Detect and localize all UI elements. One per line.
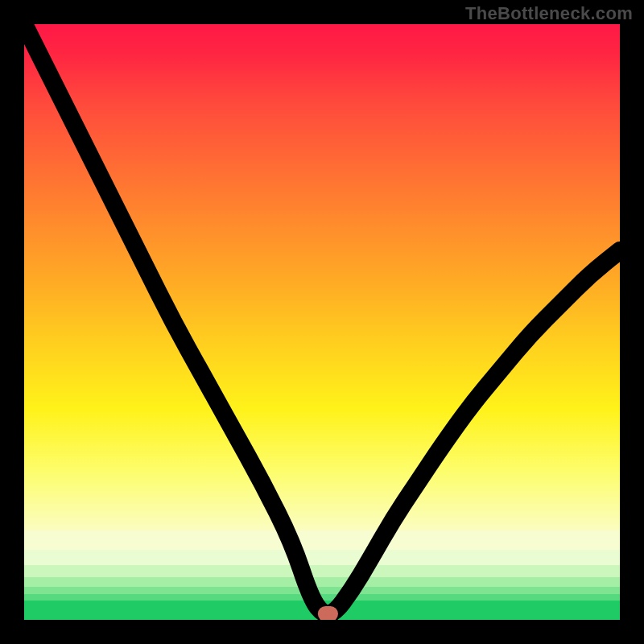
plot-area: [24, 24, 620, 620]
chart-frame: TheBottleneck.com: [0, 0, 644, 644]
watermark-text: TheBottleneck.com: [465, 3, 633, 24]
bottleneck-curve: [24, 24, 620, 614]
optimal-marker: [321, 609, 336, 619]
chart-curve-layer: [24, 24, 620, 620]
